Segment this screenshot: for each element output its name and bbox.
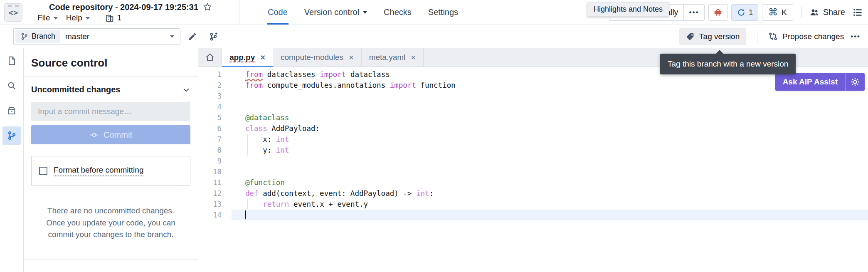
aip-assist-label[interactable]: Ask AIP Assist [775, 73, 845, 91]
close-icon[interactable]: × [260, 53, 265, 62]
home-button[interactable] [198, 48, 222, 67]
code-line-content: x: int [232, 134, 868, 145]
tab-settings[interactable]: Settings [428, 0, 458, 25]
build-status-button[interactable]: 1 [731, 4, 758, 21]
code-line[interactable]: 6class AddPayload: [198, 123, 868, 134]
resource-counter[interactable]: 1 [105, 13, 122, 22]
rail-item-packages[interactable] [2, 101, 21, 120]
close-icon[interactable]: × [411, 53, 416, 62]
caret-down-icon [86, 17, 90, 22]
create-branch-button[interactable] [205, 28, 222, 45]
format-checkbox-label[interactable]: Format before committing [54, 166, 143, 176]
search-icon [7, 81, 17, 91]
propose-changes-button[interactable]: Propose changes [768, 32, 844, 41]
branch-more-options-button[interactable]: ••• [851, 32, 861, 41]
more-options-button[interactable]: ••• [683, 5, 705, 20]
editor-tab-meta-yaml[interactable]: meta.yaml × [362, 48, 424, 67]
propose-changes-label: Propose changes [782, 32, 844, 41]
code-line-content: y: int [232, 145, 868, 156]
code-line-content [232, 91, 868, 101]
menu-file[interactable]: File [34, 13, 61, 22]
code-line-content: from compute_modules.annotations import … [232, 80, 868, 91]
close-icon[interactable]: × [349, 53, 354, 62]
code-line[interactable]: 5@dataclass [198, 112, 868, 123]
tab-code[interactable]: Code [268, 0, 288, 25]
rail-item-search[interactable] [2, 77, 21, 95]
rail-item-source-control[interactable] [2, 126, 21, 145]
commit-button-label: Commit [104, 130, 132, 140]
main-area: Source control Uncommitted changes Commi… [0, 48, 868, 272]
rail-item-files[interactable] [2, 52, 21, 70]
robot-button[interactable] [708, 4, 727, 21]
commit-icon [89, 130, 99, 140]
tab-version-control[interactable]: Version control [304, 0, 367, 25]
code-line-content: @dataclass [232, 112, 868, 123]
line-number: 11 [198, 177, 232, 188]
tag-version-tooltip: Tag this branch with a new version [660, 54, 796, 74]
tag-version-button[interactable]: Tag version [679, 28, 746, 45]
shortcut-key-label: K [782, 8, 787, 17]
tooltip-text: Tag this branch with a new version [668, 59, 788, 68]
tab-checks[interactable]: Checks [384, 0, 412, 25]
command-key-icon: ⌘ [768, 7, 778, 18]
line-number: 2 [198, 80, 232, 91]
line-number: 1 [198, 69, 232, 80]
menu-help[interactable]: Help [63, 13, 93, 22]
star-icon[interactable] [202, 2, 212, 12]
propose-changes-icon [768, 32, 778, 41]
command-palette-button[interactable]: ⌘ K [762, 4, 793, 21]
tab-checks-label: Checks [384, 7, 412, 17]
chevron-down-icon[interactable] [182, 86, 190, 94]
code-line[interactable]: 7 x: int [198, 134, 868, 145]
branch-selector[interactable]: Branch master [13, 28, 180, 45]
code-line-content: @function [232, 177, 868, 188]
code-line[interactable]: 13 return event.x + event.y [198, 199, 868, 210]
editor-tab-compute-modules[interactable]: compute-modules × [273, 48, 362, 67]
code-line[interactable]: 14 [198, 210, 868, 220]
code-line-content [232, 156, 868, 166]
empty-state-text: There are no uncommitted changes. Once y… [41, 205, 181, 241]
code-line-content: def add(context, event: AddPayload) -> i… [232, 188, 868, 199]
ellipsis-icon: ••• [689, 8, 699, 17]
tab-label: meta.yaml [369, 53, 406, 62]
commit-button[interactable]: Commit [31, 125, 190, 144]
editor-tab-app-py[interactable]: app.py × [222, 48, 273, 67]
share-button[interactable]: Share [809, 7, 845, 17]
branch-chip-label: Branch [32, 32, 55, 41]
code-line[interactable]: 10 [198, 166, 868, 177]
resource-count-value: 1 [117, 13, 122, 22]
ask-aip-assist-button[interactable]: Ask AIP Assist [775, 73, 865, 91]
tab-label: app.py [229, 53, 255, 62]
people-icon [809, 7, 819, 17]
page-title: Code repository - 2024-09-17 19:25:31 [49, 2, 198, 12]
code-line[interactable]: 11@function [198, 177, 868, 188]
code-line[interactable]: 3 [198, 91, 868, 101]
panel-title: Source control [31, 57, 190, 69]
pencil-icon [188, 32, 197, 41]
robot-icon [713, 7, 723, 18]
aip-settings-button[interactable] [846, 73, 865, 91]
code-line[interactable]: 12def add(context, event: AddPayload) ->… [198, 188, 868, 199]
list-icon[interactable] [852, 7, 863, 18]
code-line[interactable]: 9 [198, 156, 868, 166]
branch-toolbar: Branch master Tag version [0, 25, 868, 48]
line-number: 12 [198, 188, 232, 199]
branch-chip: Branch [15, 30, 60, 43]
branch-plus-icon [209, 32, 218, 41]
code-line[interactable]: 2from compute_modules.annotations import… [198, 80, 868, 91]
line-number: 3 [198, 91, 232, 101]
line-number: 5 [198, 112, 232, 123]
edit-branch-button[interactable] [184, 28, 201, 45]
code-line-content [232, 210, 868, 220]
uncommitted-changes-section[interactable]: Uncommitted changes [31, 85, 190, 94]
building-icon [105, 13, 114, 22]
format-checkbox[interactable] [39, 167, 47, 175]
app-logo[interactable]: <> [4, 3, 22, 22]
code-line[interactable]: 4 [198, 101, 868, 112]
commit-message-input[interactable] [31, 102, 190, 121]
refresh-icon [737, 8, 746, 17]
branch-name: master [65, 32, 89, 41]
top-bar-right: Code Version control Checks Settings all… [239, 0, 868, 25]
code-area[interactable]: 1from dataclasses import dataclass2from … [198, 67, 868, 272]
code-line[interactable]: 8 y: int [198, 145, 868, 156]
